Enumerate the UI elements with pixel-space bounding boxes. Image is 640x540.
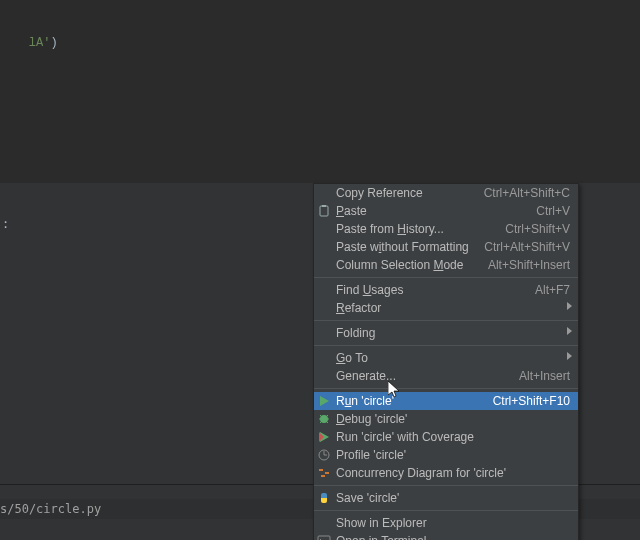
- menu-generate[interactable]: Generate... Alt+Insert: [314, 367, 578, 385]
- menu-paste-no-fmt[interactable]: Paste without Formatting Ctrl+Alt+Shift+…: [314, 238, 578, 256]
- svg-rect-0: [320, 206, 328, 216]
- context-menu: Copy Reference Ctrl+Alt+Shift+C Paste Ct…: [313, 183, 579, 540]
- menu-find-usages[interactable]: Find Usages Alt+F7: [314, 281, 578, 299]
- editor-area[interactable]: lA'): [0, 0, 640, 183]
- menu-separator: [314, 345, 578, 346]
- svg-line-8: [320, 421, 322, 423]
- menu-label: Column Selection Mode: [336, 258, 463, 272]
- menu-separator: [314, 485, 578, 486]
- menu-separator: [314, 510, 578, 511]
- svg-rect-1: [322, 205, 326, 207]
- svg-rect-15: [325, 472, 329, 474]
- menu-label: Debug 'circle': [336, 412, 407, 426]
- menu-separator: [314, 277, 578, 278]
- panel-marker: :: [2, 217, 9, 231]
- python-icon: [317, 491, 331, 505]
- menu-label: Open in Terminal: [336, 534, 427, 540]
- code-string: lA': [29, 36, 51, 50]
- debug-icon: [317, 412, 331, 426]
- menu-folding[interactable]: Folding: [314, 324, 578, 342]
- svg-rect-14: [319, 469, 323, 471]
- menu-shortcut: Ctrl+Shift+V: [505, 220, 570, 238]
- menu-open-terminal[interactable]: Open in Terminal: [314, 532, 578, 540]
- menu-shortcut: Ctrl+V: [536, 202, 570, 220]
- menu-label: Copy Reference: [336, 186, 423, 200]
- menu-shortcut: Alt+Insert: [519, 367, 570, 385]
- menu-concurrency[interactable]: Concurrency Diagram for 'circle': [314, 464, 578, 482]
- menu-label: Run 'circle': [336, 394, 394, 408]
- menu-shortcut: Ctrl+Shift+F10: [493, 392, 570, 410]
- menu-label: Run 'circle' with Coverage: [336, 430, 474, 444]
- menu-shortcut: Ctrl+Alt+Shift+V: [484, 238, 570, 256]
- menu-goto[interactable]: Go To: [314, 349, 578, 367]
- menu-run-coverage[interactable]: Run 'circle' with Coverage: [314, 428, 578, 446]
- menu-column-selection[interactable]: Column Selection Mode Alt+Shift+Insert: [314, 256, 578, 274]
- menu-shortcut: Ctrl+Alt+Shift+C: [484, 184, 570, 202]
- menu-label: Concurrency Diagram for 'circle': [336, 466, 506, 480]
- menu-separator: [314, 320, 578, 321]
- menu-label: Go To: [336, 351, 368, 365]
- svg-line-9: [326, 421, 328, 423]
- submenu-arrow-icon: [567, 327, 572, 335]
- menu-run[interactable]: Run 'circle' Ctrl+Shift+F10: [314, 392, 578, 410]
- menu-show-explorer[interactable]: Show in Explorer: [314, 514, 578, 532]
- submenu-arrow-icon: [567, 352, 572, 360]
- submenu-arrow-icon: [567, 302, 572, 310]
- menu-copy-reference[interactable]: Copy Reference Ctrl+Alt+Shift+C: [314, 184, 578, 202]
- code-line: lA'): [0, 22, 58, 64]
- menu-debug[interactable]: Debug 'circle': [314, 410, 578, 428]
- menu-label: Paste without Formatting: [336, 240, 469, 254]
- menu-profile[interactable]: Profile 'circle': [314, 446, 578, 464]
- profile-icon: [317, 448, 331, 462]
- menu-label: Find Usages: [336, 283, 403, 297]
- svg-rect-16: [321, 475, 325, 477]
- menu-label: Profile 'circle': [336, 448, 406, 462]
- menu-paste[interactable]: Paste Ctrl+V: [314, 202, 578, 220]
- menu-label: Paste from History...: [336, 222, 444, 236]
- svg-marker-2: [320, 396, 329, 406]
- svg-line-7: [326, 415, 328, 417]
- menu-paste-history[interactable]: Paste from History... Ctrl+Shift+V: [314, 220, 578, 238]
- concurrency-icon: [317, 466, 331, 480]
- code-paren: ): [50, 36, 57, 50]
- menu-refactor[interactable]: Refactor: [314, 299, 578, 317]
- menu-save[interactable]: Save 'circle': [314, 489, 578, 507]
- menu-label: Show in Explorer: [336, 516, 427, 530]
- menu-label: Paste: [336, 204, 367, 218]
- menu-shortcut: Alt+F7: [535, 281, 570, 299]
- menu-label: Save 'circle': [336, 491, 399, 505]
- menu-shortcut: Alt+Shift+Insert: [488, 256, 570, 274]
- menu-label: Refactor: [336, 301, 381, 315]
- menu-separator: [314, 388, 578, 389]
- file-path-text: s/50/circle.py: [0, 502, 101, 516]
- svg-line-6: [320, 415, 322, 417]
- menu-label: Generate...: [336, 369, 396, 383]
- coverage-icon: [317, 430, 331, 444]
- clipboard-icon: [317, 204, 331, 218]
- terminal-icon: [317, 534, 331, 540]
- menu-label: Folding: [336, 326, 375, 340]
- run-icon: [317, 394, 331, 408]
